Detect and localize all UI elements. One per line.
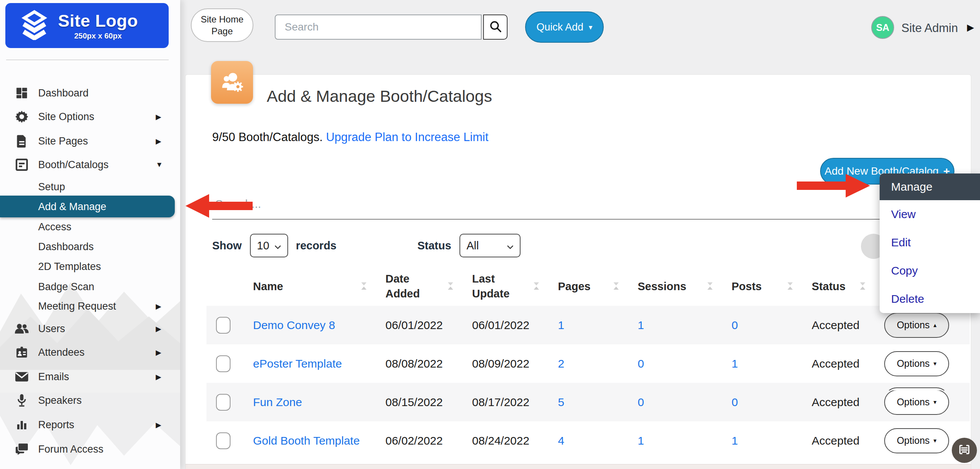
column-header-pages[interactable]: Pages xyxy=(558,280,638,293)
pages-link[interactable]: 1 xyxy=(558,319,564,332)
badge-icon xyxy=(14,346,30,359)
sidebar-subitem-setup[interactable]: Setup xyxy=(0,176,180,198)
table-row: Demo Convey 8 06/01/2022 06/01/2022 1 1 … xyxy=(206,306,970,344)
menu-item-view[interactable]: View xyxy=(880,200,980,228)
sidebar: Site Logo 250px x 60px Dashboard Site Op… xyxy=(0,0,180,469)
sidebar-item-speakers[interactable]: Speakers xyxy=(0,390,180,411)
sidebar-item-emails[interactable]: Emails ▶ xyxy=(0,366,180,387)
column-header-posts[interactable]: Posts xyxy=(732,280,812,293)
sidebar-item-booth-catalogs[interactable]: Booth/Catalogs ▼ xyxy=(0,154,180,175)
sidebar-item-forum-access[interactable]: Forum Access xyxy=(0,438,180,460)
logo-subtitle: 250px x 60px xyxy=(74,32,122,40)
posts-link[interactable]: 0 xyxy=(732,396,738,409)
table-search-input[interactable] xyxy=(212,189,901,220)
sessions-link[interactable]: 0 xyxy=(638,357,644,370)
sidebar-item-users[interactable]: Users ▶ xyxy=(0,318,180,339)
row-checkbox[interactable] xyxy=(216,355,230,372)
booth-name-link[interactable]: Gold Booth Template xyxy=(253,434,360,447)
options-button[interactable]: Options ▾ xyxy=(884,428,949,453)
column-header-last-update[interactable]: Last Update xyxy=(472,271,558,301)
sidebar-subitem-meeting-request[interactable]: Meeting Request ▶ xyxy=(0,296,180,317)
row-checkbox[interactable] xyxy=(216,317,230,334)
horizontal-scrollbar-track[interactable] xyxy=(185,464,971,469)
column-header-sessions[interactable]: Sessions xyxy=(638,280,732,293)
menu-item-manage[interactable]: Manage xyxy=(880,173,980,200)
posts-link[interactable]: 1 xyxy=(732,357,738,370)
sidebar-item-site-pages[interactable]: Site Pages ▶ xyxy=(0,130,180,152)
pages-link[interactable]: 5 xyxy=(558,396,564,409)
chevron-right-icon: ▶ xyxy=(156,137,161,146)
global-search-input[interactable] xyxy=(275,14,482,40)
sessions-link[interactable]: 1 xyxy=(638,319,644,332)
chat-icon xyxy=(14,443,30,455)
upgrade-plan-link[interactable]: Upgrade Plan to Increase Limit xyxy=(326,130,488,144)
profile-name[interactable]: Site Admin xyxy=(901,21,958,35)
last-update-cell: 06/01/2022 xyxy=(472,319,529,332)
records-per-page-select[interactable]: 10 xyxy=(250,234,288,257)
menu-item-edit[interactable]: Edit xyxy=(880,228,980,257)
date-added-cell: 08/15/2022 xyxy=(385,396,443,409)
sidebar-subitem-add-manage[interactable]: Add & Manage xyxy=(0,196,175,217)
accessibility-widget-button[interactable] xyxy=(952,438,977,463)
quick-add-button[interactable]: Quick Add ▾ xyxy=(525,11,604,43)
show-label: Show xyxy=(212,239,242,252)
filter-icon xyxy=(533,280,540,293)
select-chevron-icon xyxy=(274,239,281,252)
avatar[interactable]: SA xyxy=(871,16,894,39)
menu-item-copy[interactable]: Copy xyxy=(880,257,980,285)
sidebar-item-site-options[interactable]: Site Options ▶ xyxy=(0,106,180,127)
last-update-cell: 08/24/2022 xyxy=(472,434,529,447)
mail-icon xyxy=(14,371,30,382)
posts-link[interactable]: 0 xyxy=(732,319,738,332)
column-header-status[interactable]: Status xyxy=(812,280,884,293)
sidebar-subitem-2d-templates[interactable]: 2D Templates xyxy=(0,256,180,277)
profile-chevron-right-icon: ▶ xyxy=(967,22,974,33)
filter-icon xyxy=(447,280,454,293)
usage-text: 9/50 Booth/Catalogs. Upgrade Plan to Inc… xyxy=(212,130,488,144)
row-checkbox[interactable] xyxy=(216,432,230,449)
table-controls: Show 10 records Status All xyxy=(212,230,521,261)
menu-item-delete[interactable]: Delete xyxy=(880,285,980,313)
sessions-link[interactable]: 1 xyxy=(638,434,644,447)
main-content-card: Add & Manage Booth/Catalogs 9/50 Booth/C… xyxy=(185,74,971,469)
sidebar-item-attendees[interactable]: Attendees ▶ xyxy=(0,342,180,363)
caret-down-icon: ▾ xyxy=(933,360,936,367)
status-cell: Accepted xyxy=(812,396,859,409)
sidebar-item-dashboard[interactable]: Dashboard xyxy=(0,82,180,104)
sessions-link[interactable]: 0 xyxy=(638,396,644,409)
caret-up-icon: ▴ xyxy=(933,321,936,329)
sidebar-item-reports[interactable]: Reports ▶ xyxy=(0,414,180,435)
site-home-page-button[interactable]: Site Home Page xyxy=(191,8,253,42)
booth-manage-header-icon xyxy=(211,61,253,104)
booth-name-link[interactable]: ePoster Template xyxy=(253,357,342,370)
site-logo[interactable]: Site Logo 250px x 60px xyxy=(5,3,169,48)
global-search xyxy=(275,14,508,40)
sidebar-subitem-dashboards[interactable]: Dashboards xyxy=(0,236,180,257)
table-header-row: Name Date Added Last Update Pages Sessio… xyxy=(206,267,970,305)
options-button[interactable]: Options ▾ xyxy=(884,351,949,376)
microphone-icon xyxy=(14,394,30,407)
booth-name-link[interactable]: Demo Convey 8 xyxy=(253,319,335,332)
pages-link[interactable]: 4 xyxy=(558,434,564,447)
column-header-name[interactable]: Name xyxy=(253,280,385,293)
column-header-date-added[interactable]: Date Added xyxy=(385,271,472,301)
filter-icon xyxy=(613,280,619,293)
table-row: Gold Booth Template 06/02/2022 08/24/202… xyxy=(206,421,970,460)
accessibility-icon xyxy=(957,442,972,458)
posts-link[interactable]: 1 xyxy=(732,434,738,447)
options-button[interactable] xyxy=(884,387,949,390)
booth-name-link[interactable]: Fun Zone xyxy=(253,396,302,409)
sidebar-divider xyxy=(6,59,169,60)
sidebar-subitem-access[interactable]: Access xyxy=(0,216,180,238)
logo-layers-icon xyxy=(19,10,50,42)
search-button[interactable] xyxy=(483,14,508,40)
pages-link[interactable]: 2 xyxy=(558,357,564,370)
status-filter-select[interactable]: All xyxy=(459,234,521,257)
gear-icon xyxy=(14,110,30,124)
users-icon xyxy=(14,323,30,334)
options-button[interactable]: Options ▾ xyxy=(884,390,949,415)
dashboard-icon xyxy=(14,87,30,100)
row-checkbox[interactable] xyxy=(216,394,230,411)
options-button-open[interactable]: Options ▴ xyxy=(884,313,949,338)
sidebar-subitem-badge-scan[interactable]: Badge Scan xyxy=(0,276,180,297)
